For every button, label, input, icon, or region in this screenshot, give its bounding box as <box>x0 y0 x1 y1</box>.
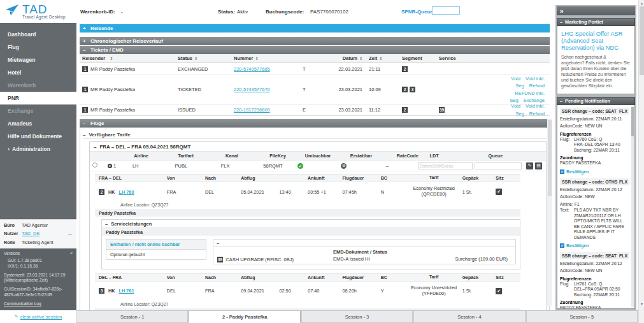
session-tab-2-active[interactable]: 2 - Paddy Passtefka <box>189 311 300 323</box>
expand-icon: + <box>83 25 87 31</box>
ticket-reisender: MR Paddy Passtefka <box>90 87 135 92</box>
refund-link[interactable]: Refund <box>529 111 545 117</box>
segment-badge: 3 <box>410 87 415 92</box>
section-tickets-label: Tickets / EMD <box>90 47 124 53</box>
emd-number-link[interactable]: 220-1817236609 <box>234 107 270 113</box>
ssr-airline: F1 <box>575 202 580 206</box>
logout-icon[interactable]: → <box>67 231 73 237</box>
booking-class: Y <box>381 288 406 294</box>
fare-details-button[interactable]: ▤ <box>535 162 542 169</box>
fare-table-header: Airline Tarifart Kanal FileKey Umbuchbar… <box>90 152 546 161</box>
col-zeit[interactable]: Zeit⇕ <box>362 55 399 61</box>
fare-group-header[interactable]: – FRA – DEL – FRA 05.04.2021 58RQMT <box>90 142 546 152</box>
sidebar-item-mietwagen[interactable]: Mietwagen <box>0 54 76 66</box>
collapse-icon: – <box>105 221 108 227</box>
pending-notification-label: Pending Notification <box>565 98 610 104</box>
tab-enthalten-nicht-online-buchbar[interactable]: Enthalten / nicht online buchbar <box>106 239 206 250</box>
seat-checkbox[interactable]: ✔ <box>496 288 502 294</box>
refundable-restricted-icon: ⊘ <box>341 163 347 169</box>
col-nummer[interactable]: Nummer⇕ <box>234 55 303 61</box>
chevron-left-icon[interactable]: « <box>70 251 73 257</box>
scroll-down-arrow-icon[interactable]: ▼ <box>639 302 644 306</box>
tab-optional-gebucht[interactable]: Optional gebucht <box>106 249 206 260</box>
section-chronologischer-reiseverlauf[interactable]: + Chronologischer Reiseverlauf <box>80 37 550 45</box>
communication-log-link[interactable]: Communication Log <box>4 301 41 307</box>
bestaetigen-button[interactable]: ✔Bestätigen <box>560 169 629 174</box>
spnr-queue-input[interactable] <box>432 6 460 15</box>
ldt-input[interactable] <box>418 162 473 169</box>
notification-scrollbar-thumb[interactable] <box>631 107 634 136</box>
collapse-icon[interactable]: – <box>213 240 515 247</box>
notification-scrollbar[interactable] <box>631 106 634 307</box>
col-segment[interactable]: Segment <box>399 55 439 61</box>
departure-date: 05.04.2021 <box>241 189 279 195</box>
void-link[interactable]: Void <box>511 103 520 109</box>
fare-select-radio[interactable] <box>92 162 97 168</box>
pax-badge: 1 <box>82 87 88 92</box>
section-pending-notification[interactable]: – Pending Notification <box>557 97 635 105</box>
offer-title: LHG Special Offer ASR (Advanced Seat Res… <box>561 31 631 52</box>
section-verfuegbare-tarife[interactable]: – Verfügbare Tarife <box>83 131 547 139</box>
main-scrollbar[interactable] <box>547 118 552 306</box>
col-service: Service <box>439 55 485 61</box>
systemzeit-label: Systemzeit: <box>4 273 25 277</box>
airline-locator-label: Airline Locator: <box>120 302 150 306</box>
main-scrollbar-thumb[interactable] <box>548 120 552 196</box>
col-datum[interactable]: Datum⇕ <box>323 55 362 61</box>
collapse-icon: – <box>83 47 87 53</box>
pencil-icon: ✎ <box>528 163 532 168</box>
ssr-tag: FLX <box>619 109 627 113</box>
nutzer-link[interactable]: TAD_DE <box>22 231 39 236</box>
sidebar-item-administration[interactable]: ›Administration <box>0 143 76 155</box>
col-filekey: FileKey <box>269 153 305 159</box>
sidebar-item-flug[interactable]: Flug <box>0 41 76 54</box>
sidebar-item-hotel[interactable]: Hotel <box>0 66 76 79</box>
chevron-right-icon: › <box>8 146 10 152</box>
versions-title: Versions <box>4 251 20 257</box>
duration: 08:20h <box>342 288 380 294</box>
session-tab-4[interactable]: Session - 4 <box>413 311 525 323</box>
fare-group: – FRA – DEL – FRA 05.04.2021 58RQMT Airl… <box>89 141 547 310</box>
sidebar-item-hilfe-und-dokumente[interactable]: Hilfe und Dokumente <box>0 130 76 143</box>
bestaetigen-button[interactable]: ✔Bestätigen <box>560 243 629 248</box>
section-serviceleistungen[interactable]: – Serviceleistungen <box>102 220 520 228</box>
sidebar-item-dashboard[interactable]: Dashboard <box>0 28 76 41</box>
edit-fare-button[interactable]: ✎ <box>526 162 533 169</box>
ticket-number-link[interactable]: 220-5749577665 <box>234 66 270 72</box>
rolle-value: Ticketing Agent <box>22 240 54 245</box>
ticket-number-link[interactable]: 220-5749577670 <box>234 87 270 92</box>
session-tab-3[interactable]: Session - 3 <box>301 311 413 323</box>
sidebar-item-exchange[interactable]: Exchange <box>0 104 76 117</box>
col-reisender[interactable]: Reisender⇕ <box>82 55 178 61</box>
seat-checkbox[interactable]: ✔ <box>496 189 502 195</box>
sidebar-item-warenkorb[interactable]: Warenkorb <box>0 79 76 92</box>
page-scrollbar[interactable]: ▲ ▼ <box>638 0 644 323</box>
fare-group-title: FRA – DEL – FRA 05.04.2021 58RQMT <box>99 144 190 150</box>
sidebar-item-pnr[interactable]: PNR <box>0 92 76 104</box>
segment-status: HK <box>108 288 115 294</box>
page-scrollbar-thumb[interactable] <box>640 6 644 75</box>
ticket-type: E <box>303 107 323 113</box>
sidebar-item-amadeus[interactable]: Amadeus <box>0 117 76 130</box>
section-marketing-portlet[interactable]: – Marketing Portlet <box>557 18 635 26</box>
queue-input[interactable] <box>475 162 522 169</box>
app-logo: TAD Travel Agent Desktop <box>0 0 76 23</box>
flight-number-link[interactable]: LH 760 <box>119 189 134 195</box>
refund-link[interactable]: Refund <box>529 83 545 89</box>
flight-number-link[interactable]: LH 761 <box>119 288 134 294</box>
section-reisende[interactable]: + Reisende <box>80 24 550 32</box>
panel-collapse-button[interactable]: » <box>557 6 635 15</box>
section-fluege[interactable]: – Flüge <box>80 119 550 127</box>
fare-airline: LH <box>132 163 175 169</box>
section-tickets-emd[interactable]: – Tickets / EMD <box>80 46 550 54</box>
tarife-label: Verfügbare Tarife <box>89 132 130 138</box>
scroll-up-arrow-icon[interactable]: ▲ <box>639 1 644 5</box>
void-link[interactable]: Void <box>511 76 520 82</box>
session-tab-1[interactable]: Session - 1 <box>76 311 188 323</box>
col-status[interactable]: Status⇕ <box>178 55 234 61</box>
gui-version-label: GUI: <box>8 258 17 262</box>
ssr-created: 22MAR 20:12 <box>596 261 622 266</box>
clear-active-session-link[interactable]: clear active session <box>20 314 62 320</box>
marketing-card: LHG Special Offer ASR (Advanced Seat Res… <box>557 26 635 94</box>
session-tab-5[interactable]: Session - 5 <box>526 311 638 323</box>
